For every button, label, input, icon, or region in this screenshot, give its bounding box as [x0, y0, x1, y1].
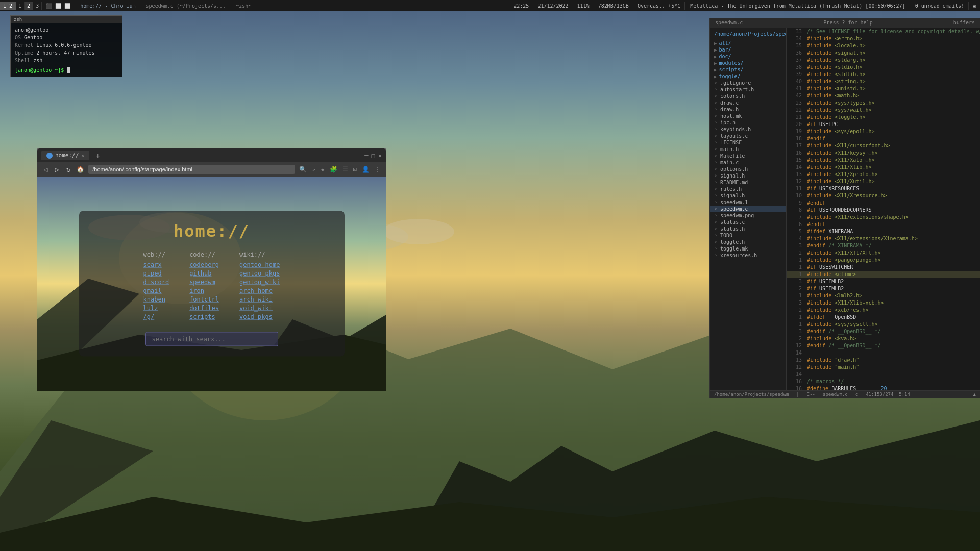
tree-item-doc[interactable]: ▶ doc/ — [710, 53, 786, 60]
tree-item-colors[interactable]: ◦ colors.h — [710, 93, 786, 99]
tree-item-speedwm-c[interactable]: ◦ speedwm.c — [710, 206, 786, 212]
tree-item-rules[interactable]: ◦ rules.h — [710, 186, 786, 192]
tag-l2[interactable]: L 2 — [0, 2, 16, 10]
tree-item-draw-h[interactable]: ◦ draw.h — [710, 106, 786, 113]
link-codeberg[interactable]: codeberg — [189, 261, 219, 268]
home-search-input[interactable] — [145, 332, 278, 346]
browser-tab-active[interactable]: home:// ✕ — [41, 151, 89, 160]
link-piped[interactable]: piped — [143, 270, 169, 277]
tree-item-readme[interactable]: ◦ README.md — [710, 179, 786, 186]
tree-item-alt[interactable]: ▶ alt/ — [710, 40, 786, 46]
statusbar-filename: speedwm.c — [823, 392, 848, 397]
link-gentoo-pkgs[interactable]: gentoo_pkgs — [239, 270, 280, 277]
tree-item-host[interactable]: ◦ host.mk — [710, 113, 786, 119]
reload-button[interactable]: ↻ — [64, 164, 72, 174]
tree-item-toggle[interactable]: ▶ toggle/ — [710, 73, 786, 80]
new-tab-button[interactable]: + — [95, 152, 100, 160]
workspace-2[interactable]: 2 — [24, 2, 33, 10]
tree-item-signal2[interactable]: ◦ signal.h — [710, 192, 786, 199]
link-knaben[interactable]: knaben — [143, 296, 169, 303]
minimize-button[interactable]: ─ — [364, 152, 368, 159]
terminal-prompt[interactable]: [anon@gentoo ~]$ — [15, 67, 64, 73]
kernel-label: Kernel — [15, 42, 36, 48]
code-line: 2#include <kva.h> — [787, 335, 980, 342]
code-line: 14 — [787, 371, 980, 378]
home-nav-button[interactable]: 🏠 — [76, 165, 85, 174]
tree-item-xresources[interactable]: ◦ xresources.h — [710, 252, 786, 259]
link-dotfiles[interactable]: dotfiles — [189, 305, 219, 312]
tree-item-ipc[interactable]: ◦ ipc.h — [710, 119, 786, 126]
code-line: 23#include <sys/types.h> — [787, 99, 980, 107]
tree-item-signal[interactable]: ◦ signal.h — [710, 172, 786, 179]
tree-item-todo[interactable]: ◦ TODO — [710, 232, 786, 239]
pip-icon[interactable]: ⊡ — [352, 165, 358, 174]
link-speedwm[interactable]: speedwm — [189, 279, 219, 286]
system-tray: ▣ — [968, 2, 980, 10]
link-fontctrl[interactable]: fontctrl — [189, 296, 219, 303]
code-line: 33/* See LICENSE file for license and co… — [787, 28, 980, 35]
code-line: 21#include <toggle.h> — [787, 114, 980, 121]
share-icon[interactable]: ↗ — [311, 165, 316, 174]
os-label: OS — [15, 35, 24, 40]
code-line: 16/* macros */ — [787, 378, 980, 385]
forward-button[interactable]: ▷ — [53, 164, 61, 174]
code-line: 22#include <sys/wait.h> — [787, 107, 980, 114]
workspace-3[interactable]: 3 — [33, 2, 42, 10]
link-void-pkgs[interactable]: void_pkgs — [239, 313, 280, 320]
link-discord[interactable]: discord — [143, 279, 169, 286]
tree-item-layouts[interactable]: ◦ layouts.c — [710, 133, 786, 139]
tree-item-bar[interactable]: ▶ bar/ — [710, 46, 786, 53]
link-gmail[interactable]: gmail — [143, 287, 169, 294]
link-arch-wiki[interactable]: arch_wiki — [239, 296, 280, 303]
cursor-blink: █ — [64, 67, 70, 73]
link-arch-home[interactable]: arch_home — [239, 287, 280, 294]
close-browser-button[interactable]: ✕ — [378, 152, 382, 159]
statusbar-mode: I-- — [807, 392, 815, 397]
tree-item-options[interactable]: ◦ options.h — [710, 166, 786, 172]
link-github[interactable]: github — [189, 270, 219, 277]
reader-icon[interactable]: ☰ — [341, 165, 349, 174]
link-gentoo-wiki[interactable]: gentoo_wiki — [239, 279, 280, 286]
tree-item-makefile[interactable]: ◦ Makefile — [710, 153, 786, 159]
menu-icon[interactable]: ⋮ — [374, 165, 382, 174]
address-bar[interactable] — [88, 165, 295, 174]
tree-item-scripts[interactable]: ▶ scripts/ — [710, 66, 786, 73]
search-icon[interactable]: 🔍 — [298, 165, 308, 174]
link-lulz[interactable]: lulz — [143, 305, 169, 312]
code-line: 15#include <X11/Xatom.h> — [787, 157, 980, 164]
tree-item-toggle-mk[interactable]: ◦ toggle.mk — [710, 245, 786, 252]
tree-item-main-h[interactable]: ◦ main.h — [710, 146, 786, 153]
tree-item-toggle-h[interactable]: ◦ toggle.h — [710, 239, 786, 245]
tab-close-button[interactable]: ✕ — [81, 153, 84, 158]
bookmark-icon[interactable]: ★ — [320, 165, 326, 174]
tree-item-autostart[interactable]: ◦ autostart.h — [710, 86, 786, 93]
code-editor[interactable]: 33/* See LICENSE file for license and co… — [787, 28, 980, 390]
code-line: 1#include <sys/sysctl.h> — [787, 321, 980, 328]
tree-item-main-c[interactable]: ◦ main.c — [710, 159, 786, 166]
statusbar-path: /home/anon/Projects/speedwm — [714, 392, 789, 397]
maximize-button[interactable]: □ — [372, 152, 375, 159]
link-searx[interactable]: searx — [143, 261, 169, 268]
tree-item-modules[interactable]: ▶ modules/ — [710, 60, 786, 66]
code-line: 1#include <pango/pango.h> — [787, 257, 980, 264]
code-line: 3#endif /* XINERAMA */ — [787, 242, 980, 249]
tree-item-status-h[interactable]: ◦ status.h — [710, 226, 786, 232]
link-g[interactable]: /g/ — [143, 313, 169, 320]
link-gentoo-home[interactable]: gentoo_home — [239, 261, 280, 268]
link-scripts[interactable]: scripts — [189, 313, 219, 320]
workspace-1[interactable]: 1 — [16, 2, 24, 10]
tree-item-speedwm-png[interactable]: ◦ speedwm.png — [710, 212, 786, 219]
back-button[interactable]: ◁ — [41, 164, 50, 174]
tree-item-draw-c[interactable]: ◦ draw.c — [710, 99, 786, 106]
tree-item-keybinds[interactable]: ◦ keybinds.h — [710, 126, 786, 133]
code-line: 1#if USESWITCHER — [787, 264, 980, 271]
link-void-wiki[interactable]: void_wiki — [239, 305, 280, 312]
profile-icon[interactable]: 👤 — [361, 165, 371, 174]
tree-item-gitignore[interactable]: ◦ .gitignore — [710, 80, 786, 86]
link-iron[interactable]: iron — [189, 287, 219, 294]
code-line: 12#include <X11/Xutil.h> — [787, 178, 980, 185]
tree-item-license[interactable]: ◦ LICENSE — [710, 139, 786, 146]
extensions-icon[interactable]: 🧩 — [329, 165, 338, 174]
tree-item-speedwm1[interactable]: ◦ speedwm.1 — [710, 199, 786, 206]
tree-item-status-c[interactable]: ◦ status.c — [710, 219, 786, 226]
